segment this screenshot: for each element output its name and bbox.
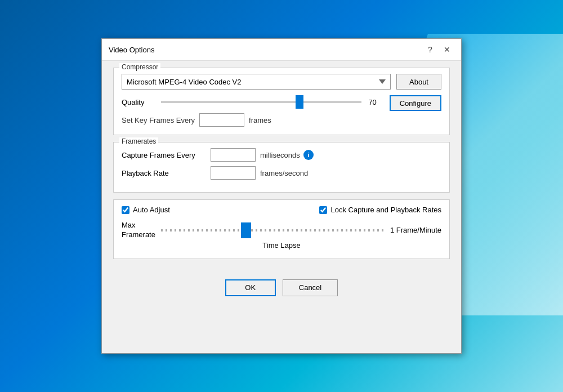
help-button[interactable]: ? bbox=[423, 43, 437, 56]
info-icon[interactable]: i bbox=[303, 150, 314, 160]
compressor-section: Compressor Microsoft MPEG-4 Video Codec … bbox=[113, 68, 450, 135]
ok-button[interactable]: OK bbox=[225, 279, 276, 296]
rate-value: 1 Frame/Minute bbox=[390, 226, 441, 234]
lock-rates-label[interactable]: Lock Capture and Playback Rates bbox=[319, 206, 441, 214]
max-framerate-label: MaxFramerate bbox=[122, 221, 155, 240]
framerates-section: Framerates Capture Frames Every 50 milli… bbox=[113, 142, 450, 193]
compressor-top-row: Microsoft MPEG-4 Video Codec V2 About bbox=[122, 74, 441, 90]
playback-rate-label: Playback Rate bbox=[122, 169, 206, 177]
lock-rates-checkbox[interactable] bbox=[319, 206, 327, 214]
quality-value: 70 bbox=[361, 98, 384, 106]
about-button[interactable]: About bbox=[396, 74, 441, 90]
codec-select[interactable]: Microsoft MPEG-4 Video Codec V2 bbox=[122, 74, 391, 90]
keyframes-label: Set Key Frames Every bbox=[122, 116, 195, 124]
auto-top-row: Auto Adjust Lock Capture and Playback Ra… bbox=[122, 206, 441, 214]
capture-frames-row: Capture Frames Every 50 milliseconds i bbox=[122, 148, 441, 162]
lock-rates-text: Lock Capture and Playback Rates bbox=[330, 206, 441, 214]
quality-label: Quality bbox=[122, 98, 161, 106]
timelapse-thumb[interactable] bbox=[241, 222, 251, 238]
capture-frames-input[interactable]: 50 bbox=[211, 148, 256, 162]
dialog-title: Video Options bbox=[109, 46, 154, 54]
timelapse-label: Time Lapse bbox=[122, 241, 441, 250]
compressor-controls: Quality 70 Set Key Frames Every 100 fram… bbox=[122, 95, 441, 127]
playback-rate-row: Playback Rate 20 frames/second bbox=[122, 166, 441, 180]
framerates-section-label: Framerates bbox=[119, 137, 158, 145]
timelapse-slider-container bbox=[161, 222, 385, 239]
capture-frames-suffix: milliseconds bbox=[260, 151, 300, 159]
auto-adjust-section: Auto Adjust Lock Capture and Playback Ra… bbox=[113, 199, 450, 259]
keyframes-input[interactable]: 100 bbox=[199, 113, 244, 127]
compressor-right: Configure bbox=[390, 95, 441, 111]
keyframes-suffix: frames bbox=[249, 116, 271, 124]
configure-button[interactable]: Configure bbox=[390, 95, 441, 111]
dialog-content: Compressor Microsoft MPEG-4 Video Codec … bbox=[102, 61, 461, 275]
video-options-dialog: Video Options ? ✕ Compressor Microsoft M… bbox=[101, 38, 462, 354]
close-button[interactable]: ✕ bbox=[440, 43, 454, 56]
compressor-left: Quality 70 Set Key Frames Every 100 fram… bbox=[122, 95, 384, 127]
auto-adjust-text: Auto Adjust bbox=[133, 206, 170, 214]
quality-row: Quality 70 bbox=[122, 95, 384, 109]
max-framerate-row: MaxFramerate 1 Frame/Minute bbox=[122, 221, 441, 240]
playback-rate-input[interactable]: 20 bbox=[211, 166, 256, 180]
auto-adjust-checkbox[interactable] bbox=[122, 206, 129, 214]
quality-slider[interactable] bbox=[161, 101, 361, 103]
dialog-footer: OK Cancel bbox=[102, 275, 461, 305]
title-bar-controls: ? ✕ bbox=[423, 43, 454, 56]
timelapse-track bbox=[161, 229, 385, 231]
cancel-button[interactable]: Cancel bbox=[283, 279, 338, 296]
compressor-section-label: Compressor bbox=[119, 63, 160, 71]
quality-slider-container bbox=[161, 95, 361, 109]
title-bar: Video Options ? ✕ bbox=[102, 39, 461, 61]
auto-adjust-label[interactable]: Auto Adjust bbox=[122, 206, 170, 214]
keyframes-row: Set Key Frames Every 100 frames bbox=[122, 113, 384, 127]
playback-rate-suffix: frames/second bbox=[260, 169, 308, 177]
capture-frames-label: Capture Frames Every bbox=[122, 151, 206, 159]
